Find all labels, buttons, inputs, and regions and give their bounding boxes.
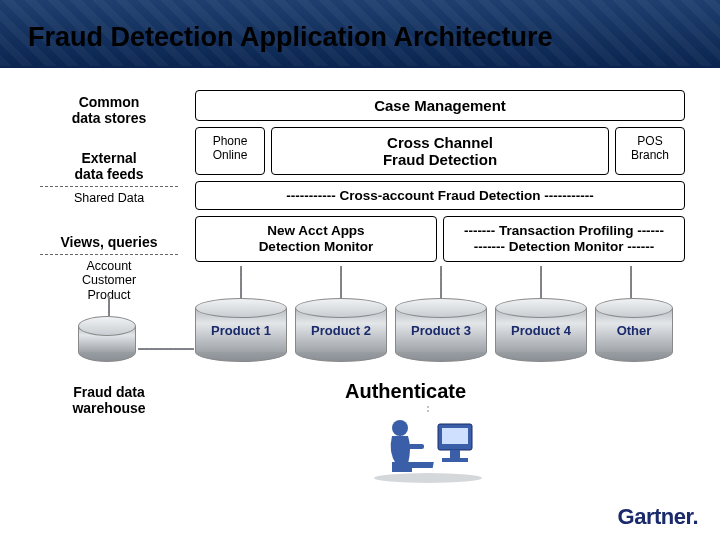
svg-rect-2 bbox=[442, 428, 468, 444]
box-phone-online: Phone Online bbox=[195, 127, 265, 175]
label-common-data-stores: Common data stores bbox=[40, 94, 178, 126]
label-external-data-feeds: External data feeds bbox=[40, 150, 178, 182]
label-fraud-data-warehouse: Fraud data warehouse bbox=[40, 384, 178, 416]
svg-point-6 bbox=[392, 420, 408, 436]
cylinder-product-3: Product 3 bbox=[395, 298, 487, 362]
box-cross-channel-fraud-detection: Cross Channel Fraud Detection bbox=[271, 127, 609, 175]
svg-rect-8 bbox=[392, 462, 412, 472]
label-authenticate: Authenticate bbox=[345, 380, 466, 403]
label-shared-data: Shared Data bbox=[40, 191, 178, 205]
divider bbox=[40, 254, 178, 255]
page-title: Fraud Detection Application Architecture bbox=[28, 22, 553, 53]
cylinder-product-1: Product 1 bbox=[195, 298, 287, 362]
box-new-acct-apps: New Acct Apps Detection Monitor bbox=[195, 216, 437, 262]
svg-rect-4 bbox=[442, 458, 468, 462]
product-cylinders-row: Product 1 Product 2 Product 3 Product 4 … bbox=[195, 298, 685, 362]
divider bbox=[40, 186, 178, 187]
main-boxes: Case Management Phone Online Cross Chann… bbox=[195, 90, 685, 262]
cylinder-product-4: Product 4 bbox=[495, 298, 587, 362]
diagram-stage: Common data stores External data feeds S… bbox=[0, 68, 720, 540]
person-at-computer-icon bbox=[368, 404, 488, 484]
box-cross-account-fraud-detection: ----------- Cross-account Fraud Detectio… bbox=[195, 181, 685, 210]
gartner-logo: Gartner. bbox=[618, 504, 698, 530]
svg-point-0 bbox=[374, 473, 482, 483]
svg-rect-3 bbox=[450, 450, 460, 458]
cylinder-small bbox=[78, 316, 136, 362]
cylinder-other: Other bbox=[595, 298, 673, 362]
label-views-queries: Views, queries bbox=[40, 234, 178, 250]
cylinder-product-2: Product 2 bbox=[295, 298, 387, 362]
box-pos-branch: POS Branch bbox=[615, 127, 685, 175]
left-column: Common data stores External data feeds S… bbox=[40, 94, 178, 302]
box-transaction-profiling: ------- Transaction Profiling ------ ---… bbox=[443, 216, 685, 262]
box-case-management: Case Management bbox=[195, 90, 685, 121]
svg-rect-7 bbox=[404, 444, 424, 449]
